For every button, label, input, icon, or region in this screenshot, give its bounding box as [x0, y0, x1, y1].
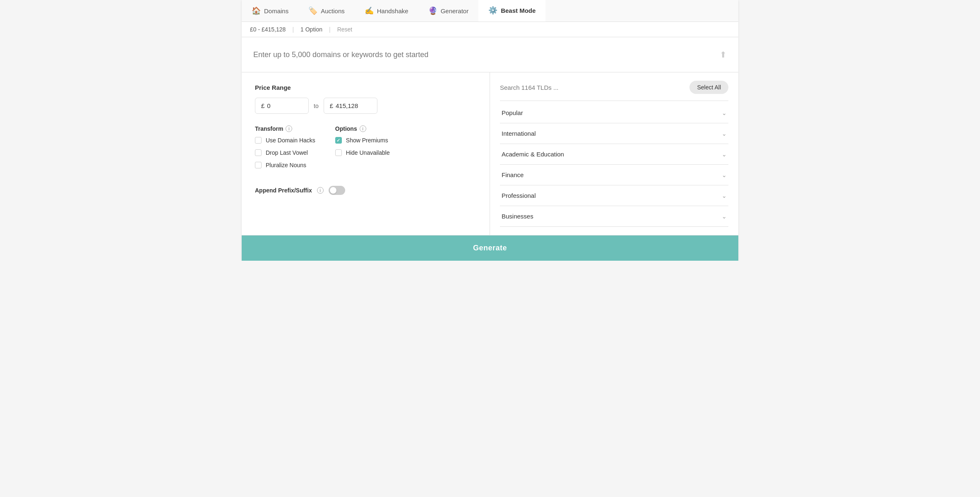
chevron-popular-icon: ⌄ — [722, 110, 727, 116]
tld-category-businesses[interactable]: Businesses ⌄ — [500, 206, 728, 227]
option-count-display: 1 Option — [300, 26, 322, 33]
append-info-icon[interactable]: i — [317, 187, 324, 194]
chevron-academic-icon: ⌄ — [722, 151, 727, 158]
pluralize-nouns-label: Pluralize Nouns — [266, 162, 306, 168]
filter-bar: £0 - £415,128 | 1 Option | Reset — [242, 22, 738, 37]
tld-category-popular-label: Popular — [502, 109, 523, 116]
tld-category-academic-label: Academic & Education — [502, 151, 564, 158]
price-to-container: £ — [324, 98, 377, 114]
tld-category-professional[interactable]: Professional ⌄ — [500, 185, 728, 206]
tab-generator[interactable]: 🔮 Generator — [418, 0, 479, 22]
options-info-icon[interactable]: i — [360, 125, 366, 132]
search-area: ⬆ — [242, 37, 738, 72]
options-group: Options i Show Premiums Hide Unavailable — [335, 125, 390, 174]
use-domain-hacks-label: Use Domain Hacks — [266, 137, 315, 144]
tab-domains-label: Domains — [264, 7, 288, 14]
show-premiums-label: Show Premiums — [346, 137, 388, 144]
generate-button[interactable]: Generate — [242, 235, 738, 261]
auctions-icon: 🏷️ — [308, 6, 317, 15]
tab-auctions[interactable]: 🏷️ Auctions — [298, 0, 355, 22]
price-range-title: Price Range — [255, 84, 476, 91]
filter-divider2: | — [329, 26, 331, 33]
tld-category-international-label: International — [502, 130, 536, 137]
main-content: Price Range £ to £ Transform i — [242, 72, 738, 235]
tld-category-businesses-label: Businesses — [502, 213, 533, 220]
hide-unavailable-checkbox[interactable] — [335, 149, 342, 156]
options-group-title: Options i — [335, 125, 390, 132]
tab-beast-mode-label: Beast Mode — [501, 7, 536, 14]
tab-handshake[interactable]: ✍️ Handshake — [355, 0, 418, 22]
handshake-icon: ✍️ — [365, 6, 374, 15]
show-premiums-checkbox[interactable] — [335, 137, 342, 144]
tld-divider — [500, 101, 728, 101]
price-range-row: £ to £ — [255, 98, 476, 114]
to-label: to — [314, 103, 319, 109]
append-toggle[interactable] — [329, 186, 345, 195]
price-from-input[interactable] — [267, 102, 300, 109]
chevron-businesses-icon: ⌄ — [722, 213, 727, 220]
hide-unavailable-label: Hide Unavailable — [346, 149, 390, 156]
currency-symbol-from: £ — [261, 102, 264, 109]
price-to-input[interactable] — [336, 102, 369, 109]
app-container: 🏠 Domains 🏷️ Auctions ✍️ Handshake 🔮 Gen… — [242, 0, 738, 261]
currency-symbol-to: £ — [330, 102, 333, 109]
price-range-display: £0 - £415,128 — [250, 26, 286, 33]
tld-category-finance-label: Finance — [502, 171, 524, 178]
use-domain-hacks-item[interactable]: Use Domain Hacks — [255, 137, 315, 144]
pluralize-nouns-item[interactable]: Pluralize Nouns — [255, 162, 315, 168]
options-title-text: Options — [335, 125, 357, 132]
pluralize-nouns-checkbox[interactable] — [255, 162, 262, 168]
domain-search-input[interactable] — [253, 50, 720, 59]
append-prefix-suffix-row: Append Prefix/Suffix i — [255, 186, 476, 195]
tld-search-row: Select All — [500, 81, 728, 94]
tld-category-academic[interactable]: Academic & Education ⌄ — [500, 144, 728, 165]
tab-beast-mode[interactable]: ⚙️ Beast Mode — [478, 0, 545, 22]
chevron-finance-icon: ⌄ — [722, 172, 727, 178]
tab-bar: 🏠 Domains 🏷️ Auctions ✍️ Handshake 🔮 Gen… — [242, 0, 738, 22]
right-panel: Select All Popular ⌄ International ⌄ Aca… — [490, 72, 738, 235]
chevron-international-icon: ⌄ — [722, 130, 727, 137]
tld-category-popular[interactable]: Popular ⌄ — [500, 103, 728, 123]
drop-last-vowel-label: Drop Last Vowel — [266, 149, 308, 156]
tld-search-input[interactable] — [500, 84, 685, 91]
filter-divider: | — [292, 26, 294, 33]
show-premiums-item[interactable]: Show Premiums — [335, 137, 390, 144]
transform-group: Transform i Use Domain Hacks Drop Last V… — [255, 125, 315, 174]
options-row: Transform i Use Domain Hacks Drop Last V… — [255, 125, 476, 174]
chevron-professional-icon: ⌄ — [722, 192, 727, 199]
drop-last-vowel-checkbox[interactable] — [255, 149, 262, 156]
domains-icon: 🏠 — [252, 6, 261, 15]
generator-icon: 🔮 — [428, 6, 437, 15]
tab-generator-label: Generator — [441, 7, 469, 14]
upload-icon: ⬆ — [720, 50, 727, 60]
left-panel: Price Range £ to £ Transform i — [242, 72, 490, 235]
append-label: Append Prefix/Suffix — [255, 187, 312, 194]
tld-category-finance[interactable]: Finance ⌄ — [500, 165, 728, 185]
price-from-container: £ — [255, 98, 309, 114]
tab-handshake-label: Handshake — [377, 7, 408, 14]
use-domain-hacks-checkbox[interactable] — [255, 137, 262, 144]
reset-button[interactable]: Reset — [337, 26, 353, 33]
transform-title: Transform i — [255, 125, 315, 132]
select-all-button[interactable]: Select All — [689, 81, 728, 94]
tab-auctions-label: Auctions — [321, 7, 345, 14]
transform-info-icon[interactable]: i — [286, 125, 292, 132]
tab-domains[interactable]: 🏠 Domains — [242, 0, 298, 22]
tld-category-professional-label: Professional — [502, 192, 536, 199]
tld-category-international[interactable]: International ⌄ — [500, 123, 728, 144]
beast-mode-icon: ⚙️ — [488, 6, 497, 15]
drop-last-vowel-item[interactable]: Drop Last Vowel — [255, 149, 315, 156]
hide-unavailable-item[interactable]: Hide Unavailable — [335, 149, 390, 156]
transform-title-text: Transform — [255, 125, 283, 132]
toggle-knob — [330, 187, 336, 194]
